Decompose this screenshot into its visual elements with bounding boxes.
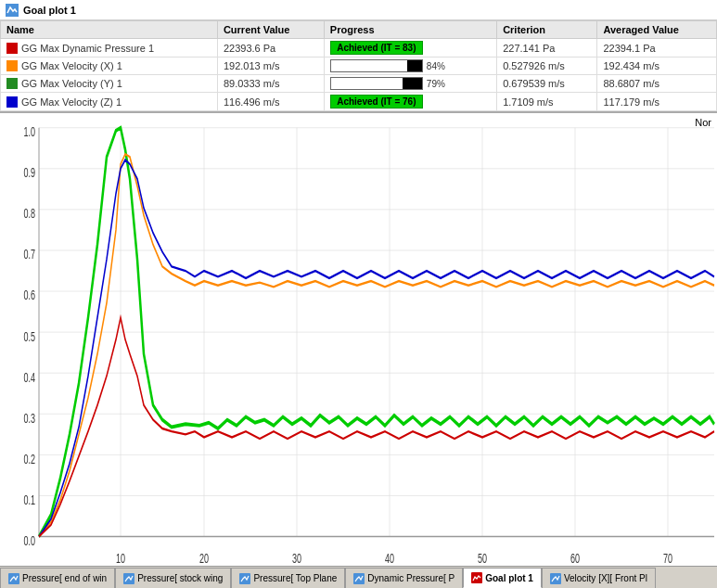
svg-text:40: 40 bbox=[385, 551, 394, 566]
col-header-criterion: Criterion bbox=[497, 21, 597, 39]
table-row: GG Max Dynamic Pressure 122393.6 PaAchie… bbox=[1, 39, 717, 58]
progress-bar-bg bbox=[330, 59, 423, 72]
tab-bar: Pressure[ end of win Pressure[ stock win… bbox=[0, 566, 717, 588]
svg-text:1.0: 1.0 bbox=[23, 124, 35, 140]
row-averaged-value: 192.434 m/s bbox=[597, 58, 717, 75]
tab-item-3[interactable]: Dynamic Pressure[ P bbox=[345, 568, 463, 588]
chart-svg: 1.0 0.9 0.8 0.7 0.6 0.5 0.4 0.3 0.2 0.1 … bbox=[0, 113, 717, 566]
svg-rect-40 bbox=[8, 573, 19, 584]
svg-rect-42 bbox=[239, 573, 250, 584]
svg-text:30: 30 bbox=[292, 551, 301, 566]
tab-label: Goal plot 1 bbox=[485, 573, 533, 583]
col-header-current: Current Value bbox=[217, 21, 324, 39]
chart-section: Nor 1.0 0.9 0.8 0.7 0.6 0.5 0.4 0.3 0.2 … bbox=[0, 113, 717, 566]
svg-rect-1 bbox=[0, 113, 717, 566]
tab-icon bbox=[8, 573, 19, 584]
row-color-swatch bbox=[6, 78, 18, 89]
tab-item-4[interactable]: Goal plot 1 bbox=[463, 568, 542, 588]
tab-item-2[interactable]: Pressure[ Top Plane bbox=[231, 568, 345, 588]
row-averaged-value: 22394.1 Pa bbox=[597, 39, 717, 58]
svg-text:0.2: 0.2 bbox=[23, 452, 35, 467]
row-name-cell: GG Max Velocity (Y) 1 bbox=[1, 75, 218, 93]
tab-icon bbox=[123, 573, 134, 584]
chart-nor-label: Nor bbox=[695, 117, 711, 128]
table-row: GG Max Velocity (Z) 1116.496 m/sAchieved… bbox=[1, 93, 717, 111]
col-header-name: Name bbox=[1, 21, 218, 39]
row-criterion: 0.527926 m/s bbox=[497, 58, 597, 75]
chart-icon bbox=[239, 573, 250, 584]
row-name-label: GG Max Velocity (Z) 1 bbox=[21, 96, 122, 108]
tab-icon bbox=[550, 573, 561, 584]
row-name-label: GG Max Velocity (Y) 1 bbox=[21, 78, 122, 89]
svg-text:70: 70 bbox=[663, 551, 672, 566]
window-icon bbox=[6, 4, 19, 17]
tab-item-5[interactable]: Velocity [X][ Front Pl bbox=[542, 568, 656, 588]
progress-bar-fill bbox=[331, 78, 403, 89]
progress-achieved-badge: Achieved (IT = 83) bbox=[330, 41, 423, 55]
progress-pct-label: 84% bbox=[427, 61, 445, 71]
col-header-progress: Progress bbox=[324, 21, 496, 39]
chart-icon bbox=[8, 573, 19, 584]
row-name-cell: GG Max Dynamic Pressure 1 bbox=[1, 39, 218, 58]
tab-item-0[interactable]: Pressure[ end of win bbox=[0, 568, 115, 588]
row-averaged-value: 88.6807 m/s bbox=[597, 75, 717, 93]
data-table-section: Name Current Value Progress Criterion Av… bbox=[0, 20, 717, 113]
svg-text:50: 50 bbox=[478, 551, 487, 566]
tab-label: Dynamic Pressure[ P bbox=[367, 573, 455, 583]
row-color-swatch bbox=[6, 60, 18, 71]
svg-rect-43 bbox=[353, 573, 365, 584]
svg-text:20: 20 bbox=[199, 551, 209, 566]
row-color-swatch bbox=[6, 96, 18, 108]
svg-rect-41 bbox=[123, 573, 134, 584]
progress-bar-container: 84% bbox=[330, 59, 491, 72]
tab-icon bbox=[353, 573, 365, 584]
tab-icon bbox=[239, 573, 250, 584]
tab-item-1[interactable]: Pressure[ stock wing bbox=[115, 568, 231, 588]
progress-bar-container: 79% bbox=[330, 77, 491, 90]
row-progress: Achieved (IT = 83) bbox=[324, 39, 496, 58]
title-bar: Goal plot 1 bbox=[0, 0, 717, 20]
row-criterion: 0.679539 m/s bbox=[497, 75, 597, 93]
goals-table: Name Current Value Progress Criterion Av… bbox=[0, 20, 717, 111]
progress-pct-label: 79% bbox=[427, 79, 445, 89]
progress-bar-bg bbox=[330, 77, 423, 90]
row-color-swatch bbox=[6, 43, 18, 54]
row-current-value: 89.0333 m/s bbox=[217, 75, 324, 93]
svg-text:10: 10 bbox=[116, 551, 125, 566]
row-name-label: GG Max Dynamic Pressure 1 bbox=[21, 43, 154, 54]
table-row: GG Max Velocity (X) 1192.013 m/s 84% 0.5… bbox=[1, 58, 717, 75]
svg-text:0.4: 0.4 bbox=[23, 370, 35, 386]
svg-text:0.9: 0.9 bbox=[23, 165, 35, 181]
row-criterion: 1.7109 m/s bbox=[497, 93, 597, 111]
tab-label: Pressure[ Top Plane bbox=[253, 573, 337, 583]
tab-label: Pressure[ end of win bbox=[22, 573, 107, 583]
row-name-label: GG Max Velocity (X) 1 bbox=[21, 60, 122, 71]
progress-bar-fill bbox=[331, 60, 407, 71]
window-title: Goal plot 1 bbox=[23, 5, 76, 16]
goal-icon bbox=[471, 572, 482, 583]
main-window: Goal plot 1 Name Current Value Progress … bbox=[0, 0, 717, 588]
row-current-value: 22393.6 Pa bbox=[217, 39, 324, 58]
svg-text:0.1: 0.1 bbox=[23, 492, 35, 508]
row-criterion: 227.141 Pa bbox=[497, 39, 597, 58]
row-name-cell: GG Max Velocity (X) 1 bbox=[1, 58, 218, 75]
row-averaged-value: 117.179 m/s bbox=[597, 93, 717, 111]
svg-rect-45 bbox=[550, 573, 561, 584]
chart-icon bbox=[123, 573, 134, 584]
svg-text:60: 60 bbox=[570, 551, 580, 566]
chart-icon bbox=[550, 573, 561, 584]
svg-text:0.6: 0.6 bbox=[23, 288, 35, 303]
row-name-cell: GG Max Velocity (Z) 1 bbox=[1, 93, 218, 111]
row-current-value: 192.013 m/s bbox=[217, 58, 324, 75]
row-progress: 84% bbox=[324, 58, 496, 75]
chart-icon bbox=[353, 573, 365, 584]
row-current-value: 116.496 m/s bbox=[217, 93, 324, 111]
svg-text:0.5: 0.5 bbox=[23, 328, 35, 344]
col-header-averaged: Averaged Value bbox=[597, 21, 717, 39]
progress-achieved-badge: Achieved (IT = 76) bbox=[330, 95, 423, 109]
tab-icon bbox=[471, 572, 482, 583]
table-row: GG Max Velocity (Y) 189.0333 m/s 79% 0.6… bbox=[1, 75, 717, 93]
tab-label: Velocity [X][ Front Pl bbox=[564, 573, 647, 583]
row-progress: Achieved (IT = 76) bbox=[324, 93, 496, 111]
svg-text:0.7: 0.7 bbox=[23, 247, 35, 262]
